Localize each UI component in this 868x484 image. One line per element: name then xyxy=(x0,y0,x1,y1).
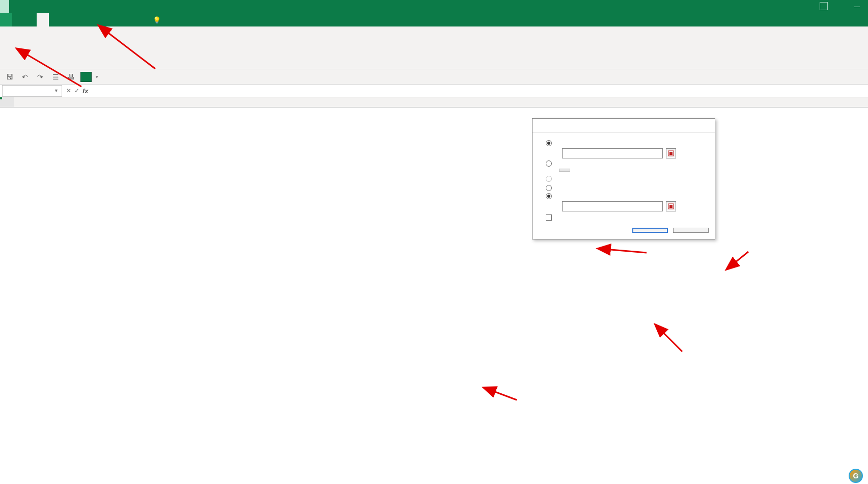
tab-insert[interactable] xyxy=(37,13,49,26)
name-box[interactable]: ▼ xyxy=(2,85,62,97)
tab-home[interactable] xyxy=(12,13,24,26)
qat-dropdown-icon[interactable]: ▾ xyxy=(96,74,98,79)
checkbox-add-to-model[interactable] xyxy=(546,214,552,221)
svg-rect-3 xyxy=(669,205,673,208)
select-all-corner[interactable] xyxy=(0,97,14,107)
print-icon[interactable]: 🖶 xyxy=(65,71,76,83)
cancel-formula-icon[interactable]: ✕ xyxy=(66,87,71,95)
fx-icon[interactable]: fx xyxy=(82,87,89,95)
undo-icon[interactable]: ↶ xyxy=(19,71,31,83)
button-choose-connection xyxy=(559,169,570,172)
radio-external-source[interactable] xyxy=(546,160,552,167)
quick-access-row: 🖫 ↶ ↷ ☰ 🖶 ▾ xyxy=(0,69,868,85)
lightbulb-icon: 💡 xyxy=(153,16,161,24)
ribbon xyxy=(0,26,868,69)
collapse-range-icon[interactable] xyxy=(666,148,676,158)
formula-bar-row: ▼ ✕ ✓ fx xyxy=(0,85,868,97)
save-icon[interactable]: 🖫 xyxy=(4,71,15,83)
radio-existing-sheet[interactable] xyxy=(546,193,552,199)
collapse-location-icon[interactable] xyxy=(666,201,676,211)
radio-data-model xyxy=(546,176,552,182)
title-bar: — xyxy=(0,0,868,13)
button-ok[interactable] xyxy=(632,228,668,233)
tell-me-search[interactable]: 💡 xyxy=(153,16,164,24)
minimize-icon[interactable]: — xyxy=(850,3,864,10)
dialog-titlebar[interactable] xyxy=(533,119,715,133)
tab-review[interactable] xyxy=(86,13,98,26)
title-corner xyxy=(0,0,9,13)
tab-file[interactable] xyxy=(0,13,12,26)
svg-rect-1 xyxy=(669,152,673,155)
input-table-range[interactable] xyxy=(562,148,663,158)
tab-pdftools[interactable] xyxy=(122,13,134,26)
input-location[interactable] xyxy=(562,201,663,211)
watermark-logo-icon: G xyxy=(849,469,863,483)
create-pivottable-dialog xyxy=(532,118,715,239)
tab-developer[interactable] xyxy=(110,13,122,26)
tab-baidu[interactable] xyxy=(134,13,147,26)
ribbon-tabs: 💡 xyxy=(0,13,868,26)
qat-color-swatch[interactable] xyxy=(80,72,92,82)
tab-data[interactable] xyxy=(73,13,86,26)
watermark: G xyxy=(849,469,866,483)
redo-icon[interactable]: ↷ xyxy=(35,71,46,83)
touchmode-icon[interactable]: ☰ xyxy=(50,71,61,83)
radio-new-sheet[interactable] xyxy=(546,185,552,191)
accept-formula-icon[interactable]: ✓ xyxy=(74,87,79,95)
tab-mytemplates[interactable] xyxy=(24,13,37,26)
button-cancel[interactable] xyxy=(673,228,709,233)
name-box-dropdown-icon[interactable]: ▼ xyxy=(54,88,59,93)
tab-pagelayout[interactable] xyxy=(49,13,61,26)
ribbon-display-options[interactable] xyxy=(820,2,828,10)
radio-select-table[interactable] xyxy=(546,140,552,146)
tab-formulas[interactable] xyxy=(61,13,73,26)
worksheet-grid[interactable] xyxy=(0,97,868,482)
tab-view[interactable] xyxy=(98,13,110,26)
